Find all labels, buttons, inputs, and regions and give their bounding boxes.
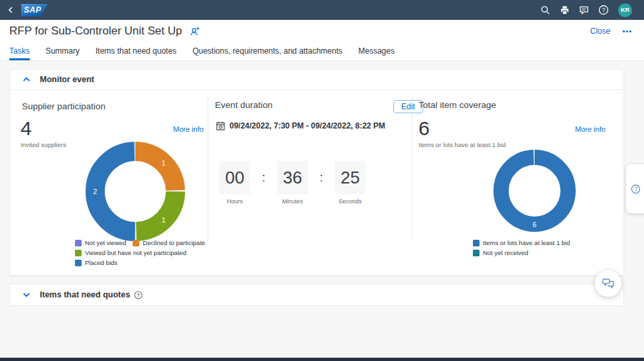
svg-text:?: ?	[602, 7, 605, 13]
countdown-timer: 00 Hours : 36 Minutes : 25 Seconds	[220, 161, 365, 205]
close-button[interactable]: Close	[590, 26, 611, 36]
timer-minutes: 36 Minutes	[277, 161, 308, 205]
legend-label: Viewed but have not yet participated	[85, 249, 186, 256]
donut-segment-label: 6	[533, 221, 537, 229]
sap-logo[interactable]: SAP	[21, 4, 48, 17]
donut-segment-label: 1	[162, 216, 166, 224]
event-date-range-text: 09/24/2022, 7:30 PM - 09/24/2022, 8:22 P…	[229, 121, 385, 130]
event-date-range: 09/24/2022, 7:30 PM - 09/24/2022, 8:22 P…	[216, 121, 385, 130]
timer-seconds: 25 Seconds	[335, 161, 365, 205]
legend-label: Declined to participate	[143, 239, 205, 246]
tab-items-that-need-quotes[interactable]: Items that need quotes	[96, 42, 176, 60]
legend-item: Placed bids	[75, 259, 117, 266]
event-duration-title: Event duration	[215, 100, 273, 110]
shell-bar: SAP ? KR	[0, 0, 644, 20]
supplier-participation-more-info-link[interactable]: More info	[173, 125, 204, 133]
total-item-coverage-more-info-link[interactable]: More info	[575, 125, 606, 133]
svg-text:?: ?	[634, 185, 637, 192]
item-coverage-count: 6	[419, 119, 430, 138]
timer-hours: 00 Hours	[220, 161, 250, 205]
help-icon[interactable]: ?	[598, 5, 609, 15]
tab-questions-requirements-attachments[interactable]: Questions, requirements, and attachments	[192, 42, 342, 60]
overflow-menu-icon[interactable]: •••	[622, 27, 632, 35]
total-item-coverage-donut-chart: 6	[493, 150, 576, 234]
items-that-need-quotes-section[interactable]: Items that need quotes ?	[9, 284, 624, 306]
legend-label: Not yet viewed	[85, 239, 126, 246]
chat-bubbles-icon	[602, 278, 614, 289]
monitor-event-header[interactable]: Monitor event	[10, 70, 623, 90]
back-button[interactable]	[7, 6, 15, 14]
total-item-coverage-legend: Items or lots have at least 1 bidNot yet…	[473, 239, 625, 256]
legend-label: Placed bids	[85, 259, 117, 266]
column-divider	[208, 96, 208, 240]
tab-summary[interactable]: Summary	[46, 42, 80, 60]
tab-messages[interactable]: Messages	[358, 42, 395, 60]
timer-minutes-label: Minutes	[282, 198, 303, 205]
column-divider	[412, 96, 413, 240]
timer-seconds-value: 25	[335, 161, 365, 194]
feedback-icon[interactable]	[579, 5, 589, 15]
help-circle-icon[interactable]: ?	[631, 184, 641, 194]
collapse-chevron-up-icon[interactable]	[23, 77, 31, 82]
supplier-participation-title: Supplier participation	[22, 101, 105, 111]
legend-color-swatch	[75, 240, 82, 246]
svg-text:?: ?	[137, 292, 140, 298]
legend-color-swatch	[473, 250, 480, 256]
calendar-clock-icon	[216, 121, 225, 130]
print-icon[interactable]	[560, 5, 570, 15]
legend-item: Not yet received	[473, 249, 529, 256]
monitor-event-card: Monitor event Supplier participation 4 I…	[9, 69, 624, 276]
search-icon[interactable]	[541, 5, 550, 15]
legend-label: Not yet received	[483, 249, 529, 256]
legend-item: Not yet viewed	[75, 239, 126, 246]
section-help-icon[interactable]: ?	[134, 291, 143, 299]
legend-item: Items or lots have at least 1 bid	[473, 239, 570, 246]
legend-color-swatch	[473, 240, 480, 246]
timer-separator: :	[262, 161, 265, 194]
monitor-event-title: Monitor event	[40, 75, 94, 84]
page-title: RFP for Sub-Controler Unit Set Up	[9, 25, 182, 38]
expand-chevron-down-icon[interactable]	[23, 292, 31, 297]
item-coverage-count-label: Items or lots have at least 1 bid	[419, 141, 505, 148]
donut-segment-label: 1	[162, 159, 166, 167]
supplier-participation-legend: Not yet viewedDeclined to participateVie…	[75, 239, 224, 266]
donut-segment-label: 2	[94, 187, 97, 195]
help-side-panel[interactable]: ?	[626, 164, 644, 213]
legend-color-swatch	[75, 250, 82, 256]
timer-minutes-value: 36	[277, 161, 308, 194]
legend-color-swatch	[75, 260, 82, 266]
legend-color-swatch	[133, 240, 139, 246]
chevron-left-icon	[7, 6, 15, 14]
invited-suppliers-label: Invited suppliers	[21, 141, 66, 148]
supplier-participation-donut-chart: 112	[86, 142, 185, 244]
legend-label: Items or lots have at least 1 bid	[483, 239, 570, 246]
legend-item: Viewed but have not yet participated	[75, 249, 186, 256]
items-that-need-quotes-title: Items that need quotes	[40, 290, 130, 299]
page-header: RFP for Sub-Controler Unit Set Up Close …	[0, 20, 644, 42]
timer-hours-label: Hours	[227, 198, 243, 205]
timer-separator: :	[320, 161, 323, 194]
invited-suppliers-count: 4	[21, 119, 32, 138]
timer-seconds-label: Seconds	[339, 198, 362, 205]
total-item-coverage-title: Total item coverage	[419, 100, 496, 110]
legend-item: Declined to participate	[133, 239, 205, 246]
bottom-edge-bar	[0, 358, 644, 361]
tab-tasks[interactable]: Tasks	[9, 42, 30, 60]
chat-bubbles-button[interactable]	[595, 270, 621, 297]
tab-bar: Tasks Summary Items that need quotes Que…	[0, 42, 644, 61]
timer-hours-value: 00	[220, 161, 250, 194]
add-person-icon[interactable]	[190, 26, 200, 36]
avatar[interactable]: KR	[618, 3, 632, 17]
